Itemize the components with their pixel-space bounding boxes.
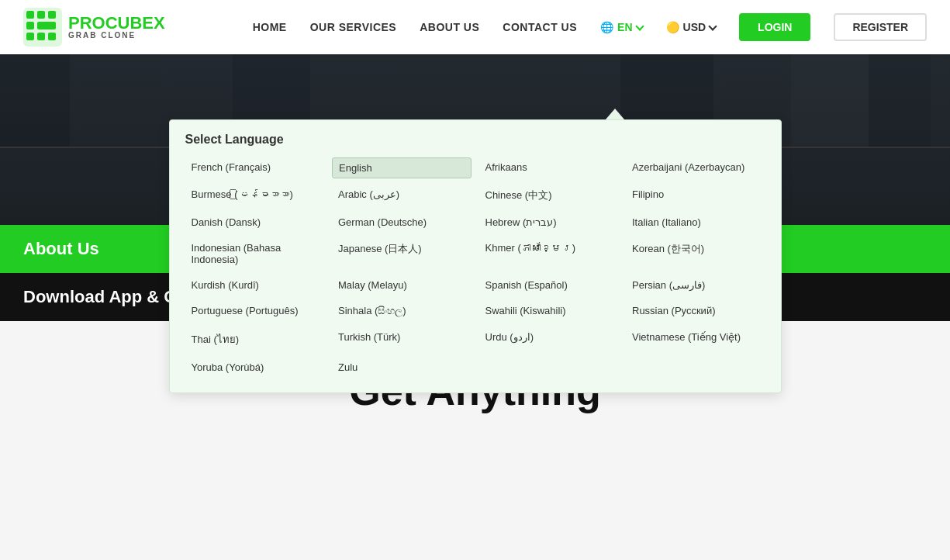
svg-rect-2: [26, 22, 34, 29]
lang-chevron-icon: [635, 22, 644, 30]
language-option[interactable]: Russian (Русский): [626, 301, 765, 321]
svg-rect-8: [48, 33, 56, 40]
language-option[interactable]: Hebrew (עברית): [479, 213, 619, 232]
svg-rect-3: [26, 33, 34, 40]
svg-rect-6: [37, 22, 56, 29]
language-option[interactable]: Azerbaijani (Azerbaycan): [626, 157, 765, 178]
language-option[interactable]: Sinhala (සිංහල): [332, 301, 472, 321]
language-option[interactable]: Afrikaans: [479, 157, 619, 178]
logo-text: PROCUBEX GRAB CLONE: [68, 15, 165, 40]
language-option[interactable]: Urdu (اردو): [479, 327, 619, 351]
language-button[interactable]: 🌐 EN: [600, 21, 642, 33]
language-option[interactable]: Persian (فارسی): [626, 275, 765, 295]
language-option[interactable]: Burmese (မြန်မာဘာသာ): [185, 185, 325, 206]
nav-home[interactable]: HOME: [253, 21, 287, 33]
language-option[interactable]: Japanese (日本人): [332, 238, 472, 269]
logo-suffix: CUBEX: [105, 13, 165, 33]
language-option[interactable]: Vietnamese (Tiếng Việt): [626, 327, 765, 351]
currency-flag-icon: 🟡: [666, 21, 679, 33]
language-option[interactable]: Swahili (Kiswahili): [479, 301, 619, 321]
svg-rect-4: [37, 11, 45, 19]
nav-services[interactable]: OUR SERVICES: [310, 21, 397, 33]
language-grid: French (Français)EnglishAfrikaansAzerbai…: [185, 157, 765, 377]
language-option[interactable]: English: [332, 157, 472, 178]
svg-rect-5: [48, 11, 56, 19]
language-dropdown: Select Language French (Français)English…: [169, 109, 782, 393]
language-option[interactable]: Khmer (ភាសាខ្មែរ): [479, 238, 619, 269]
svg-rect-7: [37, 33, 45, 40]
logo-icon: [23, 8, 62, 47]
login-button[interactable]: LOGIN: [739, 13, 810, 41]
language-option[interactable]: Filipino: [626, 185, 765, 206]
language-option[interactable]: Kurdish (Kurdî): [185, 275, 325, 295]
language-option[interactable]: Thai (ไทย): [185, 327, 325, 351]
language-option[interactable]: Spanish (Español): [479, 275, 619, 295]
lang-label: EN: [617, 21, 632, 33]
language-option[interactable]: Danish (Dansk): [185, 213, 325, 232]
logo[interactable]: PROCUBEX GRAB CLONE: [23, 8, 165, 47]
svg-rect-1: [26, 11, 34, 19]
language-option[interactable]: Portuguese (Português): [185, 301, 325, 321]
language-option[interactable]: Chinese (中文): [479, 185, 619, 206]
logo-main: PROCUBEX: [68, 15, 165, 32]
language-option[interactable]: Yoruba (Yorùbá): [185, 358, 325, 377]
currency-button[interactable]: 🟡 USD: [666, 21, 717, 33]
language-dropdown-panel: Select Language French (Français)English…: [169, 119, 782, 393]
language-option[interactable]: Turkish (Türk): [332, 327, 472, 351]
register-button[interactable]: REGISTER: [834, 13, 927, 41]
language-dropdown-title: Select Language: [185, 133, 765, 147]
language-option[interactable]: Zulu: [332, 358, 472, 377]
language-option[interactable]: Korean (한국어): [626, 238, 765, 269]
currency-label: USD: [683, 21, 706, 33]
language-option[interactable]: German (Deutsche): [332, 213, 472, 232]
header: PROCUBEX GRAB CLONE HOME OUR SERVICES AB…: [0, 0, 950, 54]
logo-sub: GRAB CLONE: [68, 32, 165, 40]
globe-icon: 🌐: [600, 21, 613, 33]
main-nav: HOME OUR SERVICES ABOUT US CONTACT US 🌐 …: [253, 13, 927, 41]
language-option[interactable]: Italian (Italiano): [626, 213, 765, 232]
logo-prefix: PRO: [68, 13, 105, 33]
language-option[interactable]: Arabic (عربى): [332, 185, 472, 206]
currency-chevron-icon: [708, 22, 717, 30]
language-option[interactable]: Indonesian (Bahasa Indonesia): [185, 238, 325, 269]
dropdown-arrow: [606, 109, 624, 119]
nav-contact[interactable]: CONTACT US: [503, 21, 577, 33]
language-option[interactable]: Malay (Melayu): [332, 275, 472, 295]
nav-about[interactable]: ABOUT US: [420, 21, 479, 33]
language-option[interactable]: French (Français): [185, 157, 325, 178]
